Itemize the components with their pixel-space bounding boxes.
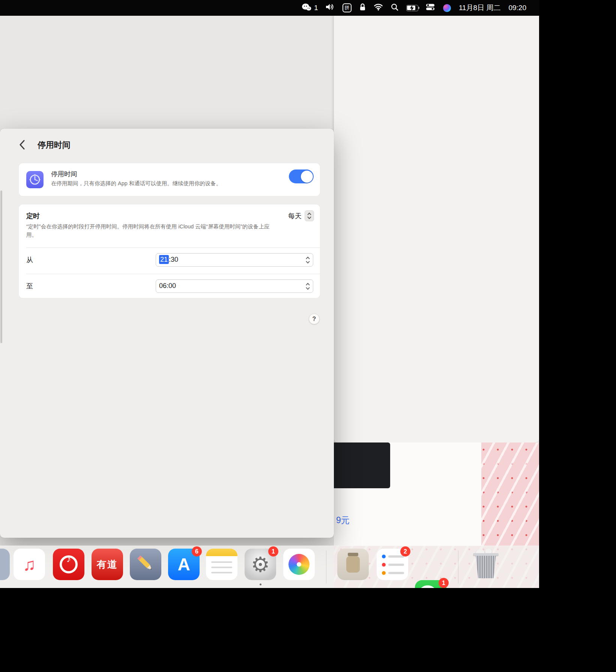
chevron-left-icon	[19, 140, 25, 152]
partial-dock-icon[interactable]	[0, 549, 10, 580]
downtime-card: 停用时间 在停用期间，只有你选择的 App 和通话可以使用。继续使用你的设备。	[19, 163, 320, 196]
reminder-row	[382, 563, 404, 567]
from-hour-segment[interactable]: 21	[159, 255, 169, 264]
trash-rim	[473, 553, 499, 556]
time-text: 09:20	[508, 4, 526, 12]
wechat-bubble-icon	[419, 585, 436, 588]
dock-reminders-icon[interactable]: 2	[377, 549, 408, 580]
siri-menu-item[interactable]	[443, 4, 451, 12]
to-label: 至	[26, 282, 33, 291]
reminder-row	[382, 571, 404, 575]
background-window	[334, 16, 539, 442]
vinyl-note-icon: ♪	[66, 554, 71, 564]
settings-badge: 1	[268, 546, 278, 556]
jar-icon	[346, 556, 360, 573]
dock-separator	[458, 550, 458, 584]
dock-netease-music-icon[interactable]: ♪	[53, 549, 84, 580]
to-time-value[interactable]: 06:00	[159, 282, 176, 290]
divider	[26, 274, 320, 274]
reminders-badge: 2	[400, 546, 410, 556]
control-center-icon	[426, 4, 435, 12]
wechat-icon	[302, 3, 311, 13]
date-text: 11月8日 周二	[459, 3, 501, 13]
wechat-menu-item[interactable]: 1	[302, 3, 318, 13]
window-scrollbar[interactable]	[0, 190, 2, 343]
dock-system-settings-icon[interactable]: ⚙ 1	[245, 549, 276, 580]
control-center-menu-item[interactable]	[426, 4, 435, 12]
wifi-icon	[374, 3, 383, 12]
downtime-toggle[interactable]	[289, 170, 314, 183]
spotlight-menu-item[interactable]	[391, 3, 398, 13]
lock-icon	[359, 3, 366, 13]
downtime-app-icon	[26, 171, 44, 188]
wifi-menu-item[interactable]	[374, 3, 383, 12]
running-indicator-dot	[260, 584, 261, 585]
background-webpage: 9元	[334, 442, 481, 546]
notes-line	[211, 561, 232, 563]
photos-pinwheel-icon	[288, 554, 310, 575]
youdao-label: 有道	[97, 558, 118, 571]
from-stepper[interactable]	[305, 255, 311, 265]
page-title: 停用时间	[38, 140, 71, 151]
to-time-field[interactable]: 06:00	[156, 279, 313, 293]
toggle-knob	[301, 171, 313, 183]
frequency-value: 每天	[288, 212, 302, 220]
help-button[interactable]: ?	[309, 314, 320, 324]
dock-photos-icon[interactable]	[283, 549, 315, 580]
music-note-icon: ♫	[23, 554, 36, 574]
notes-line	[211, 567, 232, 568]
trash-basket	[474, 556, 498, 578]
from-time-field[interactable]: 21:30	[156, 253, 313, 267]
dock-wechat-icon[interactable]: 1	[415, 580, 446, 588]
battery-menu-item[interactable]	[406, 5, 418, 11]
battery-charging-icon	[406, 5, 418, 11]
dock-separator	[326, 550, 326, 584]
dock-app-store-icon[interactable]: A 6	[168, 549, 200, 580]
menu-bar-time[interactable]: 09:20	[508, 4, 526, 12]
dock-music-icon[interactable]: ♫	[14, 549, 45, 580]
frequency-popup[interactable]: 每天	[288, 210, 314, 221]
promo-price-text: 9元	[336, 514, 350, 526]
to-stepper[interactable]	[305, 281, 311, 291]
volume-menu-item[interactable]	[326, 3, 335, 12]
pinduoduo-menu-item[interactable]: 拼	[343, 3, 352, 12]
lock-app-menu-item[interactable]	[359, 3, 366, 13]
downtime-title: 停用时间	[51, 170, 77, 178]
pencil-icon	[135, 553, 156, 576]
divider	[26, 248, 320, 248]
siri-icon	[443, 4, 451, 12]
menu-bar-date[interactable]: 11月8日 周二	[459, 3, 501, 13]
desktop: 9元 1 拼	[0, 0, 539, 588]
schedule-card: 定时 每天 “定时”会在你选择的时段打开停用时间。停用时间将在所有使用 iClo…	[19, 204, 320, 298]
from-minute-segment[interactable]: :30	[169, 256, 178, 263]
screenshot-root: 9元 1 拼	[0, 0, 616, 672]
back-button[interactable]	[19, 140, 28, 151]
from-label: 从	[26, 255, 33, 264]
downtime-description: 在停用期间，只有你选择的 App 和通话可以使用。继续使用你的设备。	[51, 180, 291, 187]
wechat-badge: 1	[439, 578, 449, 588]
dock: ♫ ♪ 有道 A 6	[0, 546, 539, 588]
dock-pencil-app-icon[interactable]	[130, 549, 161, 580]
app-store-letter: A	[177, 554, 190, 574]
dock-trash-icon[interactable]	[470, 549, 502, 580]
schedule-description: “定时”会在你选择的时段打开停用时间。停用时间将在所有使用 iCloud 云端“…	[26, 222, 274, 239]
product-image	[334, 442, 390, 488]
dock-youdao-icon[interactable]: 有道	[92, 549, 123, 580]
reminder-row	[382, 555, 404, 558]
gear-icon: ⚙	[251, 552, 270, 577]
dock-jar-photo-icon[interactable]	[337, 549, 369, 580]
search-icon	[391, 3, 398, 13]
settings-window: 停用时间 停用时间 在停用期间，只有你选择的 App 和通话可以使用。继续使用你…	[0, 129, 334, 538]
app-store-badge: 6	[192, 546, 202, 556]
frequency-stepper-icon[interactable]	[305, 210, 314, 221]
dock-notes-icon[interactable]	[206, 549, 237, 580]
pinduoduo-icon: 拼	[343, 3, 352, 12]
menu-bar: 1 拼	[0, 0, 539, 16]
schedule-title: 定时	[26, 212, 40, 220]
wechat-unread-count: 1	[314, 4, 318, 12]
volume-icon	[326, 3, 335, 12]
pinduoduo-glyph: 拼	[344, 4, 349, 11]
notes-line	[211, 572, 232, 573]
notes-header-bar	[206, 549, 237, 556]
